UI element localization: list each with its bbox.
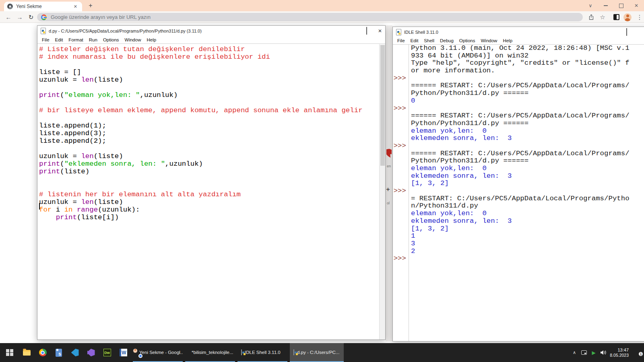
- shell-line: ====== RESTART: C:/Users/PC5/AppData/Loc…: [393, 82, 644, 90]
- editor-titlebar[interactable]: d.py - C:/Users/PC5/AppData/Local/Progra…: [37, 26, 385, 36]
- shell-line: >>>: [393, 105, 644, 113]
- shell-line-text: 2: [409, 248, 415, 255]
- menu-item-run[interactable]: Run: [86, 37, 100, 42]
- menu-item-file[interactable]: File: [39, 37, 52, 42]
- shell-prompt-empty: [393, 112, 409, 120]
- menu-item-debug[interactable]: Debug: [437, 38, 456, 43]
- browser-minimize-button[interactable]: [598, 0, 613, 11]
- code-line: [39, 183, 379, 191]
- taskbar-button-label: IDLE Shell 3.11.0: [245, 350, 281, 355]
- browser-menu-chevron-icon[interactable]: ∨: [583, 0, 598, 11]
- shell-prompt-empty: [393, 180, 409, 187]
- taskbar-button-label: *bilisim_teknolojile...: [192, 350, 233, 355]
- monitor-icon: [581, 350, 587, 355]
- shell-line: = RESTART: C:/Users/PC5/AppData/Local/Pr…: [393, 195, 644, 203]
- tray-window-icon[interactable]: [580, 343, 588, 362]
- menu-item-edit[interactable]: Edit: [52, 37, 66, 42]
- side-panel-glyph: [613, 14, 619, 20]
- editor-code-area[interactable]: # Listeler değişken tutan değişkenler de…: [37, 44, 379, 339]
- chrome-icon: [39, 349, 47, 356]
- code-line: liste.append(2);: [39, 137, 379, 145]
- notification-badge: 1: [638, 352, 643, 356]
- menu-item-file[interactable]: File: [394, 38, 408, 43]
- taskbar-button-edge[interactable]: *bilisim_teknolojile...: [185, 343, 235, 362]
- editor-maximize-button[interactable]: [366, 27, 367, 35]
- shell-line: n/Python311/d.py: [393, 202, 644, 210]
- shell-line-text: or more information.: [409, 67, 495, 75]
- code-line: print(liste): [39, 168, 379, 175]
- taskbar-button-chrome[interactable]: Yeni Sekme - Googl...: [133, 343, 183, 362]
- shell-line: >>>: [393, 75, 644, 82]
- taskbar-clock[interactable]: 13:47 8.05.2023: [610, 343, 629, 362]
- menu-item-window[interactable]: Window: [478, 38, 500, 43]
- visual-studio-button[interactable]: [83, 343, 99, 362]
- shell-line: 933 64 bit (AMD64)] on win32: [393, 52, 644, 60]
- tray-volume-icon[interactable]: [599, 343, 608, 362]
- shell-line-text: Python/Python311/d.py ======: [409, 157, 528, 165]
- editor-menubar: FileEditFormatRunOptionsWindowHelp: [37, 36, 385, 44]
- desktop-screen: Yeni Sekme ✕ + ∨ ✕ ← → ↻ ☆ ⋮ en + ol: [0, 0, 644, 362]
- menu-item-edit[interactable]: Edit: [408, 38, 421, 43]
- menu-item-help[interactable]: Help: [144, 37, 159, 42]
- editor-close-button[interactable]: ✕: [378, 28, 382, 34]
- address-bar[interactable]: [37, 13, 583, 21]
- bookmark-star-icon[interactable]: ☆: [597, 11, 608, 23]
- menu-item-shell[interactable]: Shell: [421, 38, 437, 43]
- share-icon[interactable]: [586, 11, 597, 23]
- notification-center-button[interactable]: 1: [634, 348, 642, 355]
- python-file-icon: [241, 350, 242, 355]
- side-panel-icon[interactable]: [611, 11, 621, 23]
- vscode-button[interactable]: [67, 343, 83, 362]
- hidden-window-red-icon: [386, 149, 392, 158]
- pinned-app-s-button[interactable]: ✱ s: [51, 343, 67, 362]
- taskbar-button-pyfile[interactable]: d.py - C:/Users/PC...: [290, 343, 344, 362]
- code-line: [39, 145, 379, 152]
- browser-menu-dots-icon[interactable]: ⋮: [634, 11, 644, 23]
- shell-output-area[interactable]: Python 3.11.0 (main, Oct 24 2022, 18:26:…: [393, 45, 644, 341]
- shell-titlebar[interactable]: IDLE Shell 3.11.0: [393, 27, 644, 37]
- shell-line: ====== RESTART: C:/Users/PC5/AppData/Loc…: [393, 150, 644, 158]
- shell-window-title: IDLE Shell 3.11.0: [404, 30, 438, 35]
- new-tab-button[interactable]: +: [86, 1, 95, 10]
- shell-prompt-empty: [393, 225, 409, 233]
- profile-avatar[interactable]: [622, 11, 633, 23]
- code-line: [39, 61, 379, 68]
- tray-chevron-icon[interactable]: ∧: [570, 343, 579, 362]
- file-explorer-button[interactable]: [19, 343, 35, 362]
- editor-scrollbar-thumb[interactable]: [380, 45, 385, 166]
- word-icon: W: [120, 349, 127, 356]
- shell-line: Python/Python311/d.py ======: [393, 90, 644, 97]
- tab-favicon-icon: [7, 4, 13, 9]
- shell-prompt-empty: [393, 173, 409, 180]
- editor-scrollbar[interactable]: [379, 44, 385, 339]
- taskbar-button-idle[interactable]: IDLE Shell 3.11.0: [237, 343, 287, 362]
- shell-line: >>>: [393, 255, 644, 263]
- shell-prompt-empty: [393, 195, 409, 203]
- menu-item-help[interactable]: Help: [500, 38, 515, 43]
- browser-tab-active[interactable]: Yeni Sekme ✕: [4, 2, 82, 11]
- shell-maximize-button[interactable]: [626, 29, 627, 36]
- back-button[interactable]: ←: [3, 11, 14, 23]
- dreamweaver-button[interactable]: Dw: [99, 343, 115, 362]
- browser-restore-button[interactable]: [613, 0, 629, 11]
- tray-play-icon[interactable]: ▶: [589, 343, 598, 362]
- address-input[interactable]: [50, 14, 579, 21]
- code-line: # Listeler değişken tutan değişkenler de…: [39, 45, 379, 53]
- chrome-launch-button[interactable]: [35, 343, 51, 362]
- tab-close-icon[interactable]: ✕: [72, 3, 79, 10]
- shell-line: 1: [393, 232, 644, 240]
- google-logo-icon: [41, 14, 47, 20]
- shell-prompt: >>>: [393, 187, 409, 195]
- menu-item-window[interactable]: Window: [122, 37, 144, 42]
- shell-prompt-empty: [393, 135, 409, 142]
- forward-button[interactable]: →: [14, 11, 25, 23]
- menu-item-format[interactable]: Format: [66, 37, 86, 42]
- browser-close-button[interactable]: ✕: [629, 0, 644, 11]
- start-button[interactable]: [2, 343, 18, 362]
- reload-button[interactable]: ↻: [26, 11, 36, 23]
- shell-line-text: Python 3.11.0 (main, Oct 24 2022, 18:26:…: [409, 45, 630, 52]
- editor-window-title: d.py - C:/Users/PC5/AppData/Local/Progra…: [49, 29, 202, 33]
- word-button[interactable]: W: [115, 343, 131, 362]
- menu-item-options[interactable]: Options: [100, 37, 122, 42]
- menu-item-options[interactable]: Options: [456, 38, 478, 43]
